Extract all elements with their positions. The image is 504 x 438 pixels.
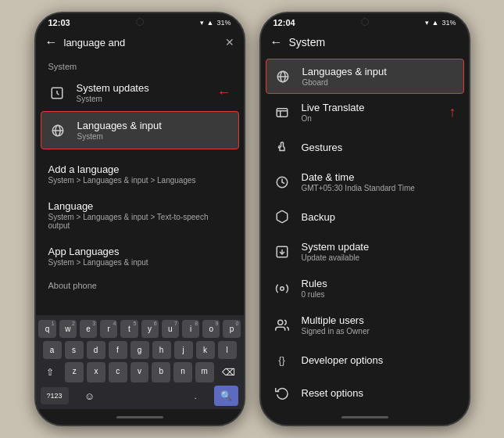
- keyboard-row-1: q1 w2 e3 r4 t5 y6 u7 i8 o9 p0: [39, 320, 241, 338]
- camera-notch-right: [361, 18, 369, 26]
- key-t[interactable]: t5: [120, 320, 138, 338]
- time-left: 12:03: [48, 18, 70, 27]
- section-system-left: System: [36, 56, 244, 74]
- gestures-icon: [273, 138, 291, 156]
- red-arrow-right: ↑: [449, 104, 456, 120]
- bottom-indicator-left: [116, 416, 163, 418]
- left-phone: 12:03 ▾ ▲ 31% ← ✕ System System updates …: [34, 12, 245, 426]
- bottom-bar-left: [36, 409, 244, 425]
- key-b[interactable]: b: [152, 362, 170, 382]
- live-translate-text: Live Translate On: [302, 102, 435, 123]
- key-s[interactable]: s: [65, 341, 84, 359]
- system-update-icon: [273, 243, 291, 260]
- gestures-title: Gestures: [302, 142, 456, 153]
- languages-input-text-right: Languages & input Gboard: [302, 66, 456, 87]
- svg-rect-7: [277, 108, 288, 117]
- key-shift[interactable]: ⇧: [38, 362, 62, 382]
- rules-icon: [273, 280, 291, 297]
- key-search[interactable]: 🔍: [214, 386, 238, 406]
- key-l[interactable]: l: [218, 341, 237, 359]
- list-item-live-translate[interactable]: Live Translate On ↑: [261, 94, 469, 131]
- red-arrow-left-1: ←: [217, 84, 231, 101]
- back-button-left[interactable]: ←: [45, 35, 58, 49]
- keyboard-row-3: ⇧ z x c v b n m ⌫: [39, 362, 241, 382]
- key-p[interactable]: p0: [223, 320, 240, 338]
- list-item-date-time[interactable]: Date & time GMT+05:30 India Standard Tim…: [261, 163, 469, 200]
- language-title: Language: [48, 200, 231, 212]
- developer-options-icon: {}: [273, 351, 291, 368]
- list-item-system-update[interactable]: System update Update available: [261, 233, 469, 270]
- key-o[interactable]: o9: [202, 320, 220, 338]
- wifi-icon-right: ▾: [425, 19, 429, 27]
- title-right: System: [289, 36, 459, 48]
- keyboard-left[interactable]: q1 w2 e3 r4 t5 y6 u7 i8 o9 p0 a s d f g …: [36, 315, 244, 409]
- key-h[interactable]: h: [152, 341, 171, 359]
- list-item-backup[interactable]: Backup: [261, 200, 469, 233]
- list-item-multiple-users[interactable]: Multiple users Signed in as Owner: [261, 307, 469, 343]
- key-r[interactable]: r4: [100, 320, 117, 338]
- list-item-gestures[interactable]: Gestures: [261, 131, 469, 163]
- list-item-add-language[interactable]: Add a language System > Languages & inpu…: [36, 156, 244, 192]
- system-updates-text: System updates System: [77, 82, 206, 103]
- list-item-app-languages[interactable]: App Languages System > Languages & input: [36, 238, 244, 275]
- rules-text: Rules 0 rules: [302, 278, 456, 299]
- list-item-developer-options[interactable]: {} Developer options: [261, 343, 469, 376]
- multiple-users-icon: [273, 317, 291, 334]
- app-languages-title: App Languages: [48, 246, 231, 257]
- key-u[interactable]: u7: [162, 320, 179, 338]
- status-icons-left: ▾ ▲ 31%: [200, 19, 231, 27]
- key-n[interactable]: n: [173, 362, 192, 382]
- key-y[interactable]: y6: [141, 320, 159, 338]
- list-item-reset-options[interactable]: Reset options: [261, 376, 469, 409]
- language-subtitle: System > Languages & input > Text-to-spe…: [48, 213, 231, 230]
- key-c[interactable]: c: [109, 362, 127, 382]
- key-space[interactable]: [106, 391, 177, 400]
- date-time-text: Date & time GMT+05:30 India Standard Tim…: [302, 171, 456, 192]
- system-updates-icon: [48, 84, 66, 102]
- list-item-languages-input-left[interactable]: Languages & input System: [41, 111, 239, 149]
- list-item-languages-input-right[interactable]: Languages & input Gboard: [266, 59, 464, 94]
- key-emoji[interactable]: ☺: [78, 387, 97, 405]
- live-translate-icon: [273, 104, 291, 121]
- list-item-language[interactable]: Language System > Languages & input > Te…: [36, 192, 244, 238]
- key-numbers[interactable]: ?123: [41, 387, 69, 404]
- keyboard-row-2: a s d f g h j k l: [39, 341, 241, 359]
- reset-options-title: Reset options: [302, 387, 456, 399]
- key-backspace[interactable]: ⌫: [217, 362, 241, 382]
- key-f[interactable]: f: [109, 341, 127, 359]
- system-update-title: System update: [302, 241, 456, 253]
- key-j[interactable]: j: [174, 341, 193, 359]
- developer-options-title: Developer options: [302, 354, 456, 366]
- reset-options-text: Reset options: [302, 387, 456, 399]
- key-g[interactable]: g: [130, 341, 149, 359]
- battery-left: 31%: [216, 19, 231, 27]
- close-button-left[interactable]: ✕: [225, 36, 234, 48]
- key-d[interactable]: d: [87, 341, 105, 359]
- add-language-text: Add a language System > Languages & inpu…: [48, 163, 231, 185]
- key-k[interactable]: k: [196, 341, 215, 359]
- key-a[interactable]: a: [43, 341, 62, 359]
- key-m[interactable]: m: [195, 362, 214, 382]
- languages-input-text-left: Languages & input System: [77, 120, 231, 141]
- key-e[interactable]: e3: [80, 320, 97, 338]
- screen-content-left: System System updates System ← Languages…: [36, 56, 244, 315]
- back-button-right[interactable]: ←: [270, 35, 283, 49]
- svg-point-13: [277, 320, 282, 325]
- key-v[interactable]: v: [130, 362, 149, 382]
- key-i[interactable]: i8: [182, 320, 199, 338]
- languages-input-subtitle-left: System: [77, 132, 231, 141]
- multiple-users-subtitle: Signed in as Owner: [302, 327, 456, 336]
- signal-icon-right: ▲: [432, 19, 439, 27]
- search-bar-left[interactable]: ← ✕: [36, 29, 244, 56]
- key-z[interactable]: z: [65, 362, 84, 382]
- key-period[interactable]: .: [186, 387, 205, 405]
- key-x[interactable]: x: [87, 362, 105, 382]
- system-update-text: System update Update available: [302, 241, 456, 262]
- key-w[interactable]: w2: [59, 320, 77, 338]
- list-item-system-updates[interactable]: System updates System ←: [36, 74, 244, 111]
- key-q[interactable]: q1: [38, 320, 55, 338]
- add-language-title: Add a language: [48, 163, 231, 175]
- list-item-rules[interactable]: Rules 0 rules: [261, 270, 469, 307]
- search-input-left[interactable]: [64, 37, 219, 48]
- app-languages-text: App Languages System > Languages & input: [48, 246, 231, 267]
